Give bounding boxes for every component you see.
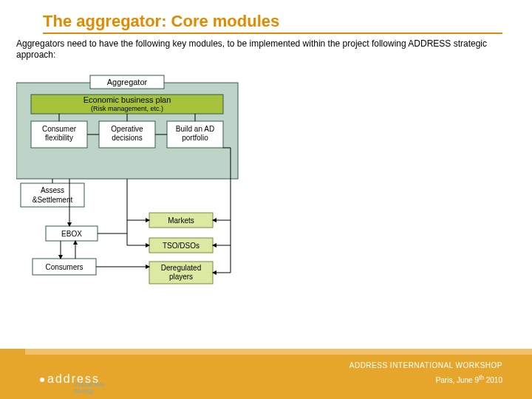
aggregator-diagram: Aggregator Economic business plan (Risk … xyxy=(16,68,312,312)
mod-operative-1: Operative xyxy=(111,125,143,133)
consumers-label: Consumers xyxy=(45,263,83,271)
mod-consumer-2: flexibility xyxy=(45,134,73,142)
assess-2: &Settlement xyxy=(33,196,73,204)
aggregator-label: Aggregator xyxy=(107,78,148,86)
page-title: The aggregator: Core modules xyxy=(43,12,532,31)
footer-workshop: ADDRESS INTERNATIONAL WORKSHOP xyxy=(349,361,502,369)
logo-dot-icon xyxy=(40,378,44,382)
markets-label: Markets xyxy=(168,216,194,225)
footer-accent-bar xyxy=(0,349,532,355)
ebox-label: EBOX xyxy=(61,230,82,238)
dereg-1: Deregulated xyxy=(161,264,201,272)
mod-portfolio-2: portfolio xyxy=(182,134,208,142)
footer-location: Paris, June 9th 2010 xyxy=(436,374,502,384)
plan-sub: (Risk management, etc.) xyxy=(91,105,163,112)
mod-portfolio-1: Build an AD xyxy=(176,125,214,133)
tsodsos-label: TSO/DSOs xyxy=(163,242,200,250)
title-underline xyxy=(43,33,502,34)
assess-1: Assess xyxy=(41,186,64,194)
mod-consumer-1: Consumer xyxy=(42,125,77,133)
plan-label: Economic business plan xyxy=(83,95,171,104)
intro-text: Aggregators need to have the following k… xyxy=(16,38,502,61)
logo-tagline: Interactiveenergy xyxy=(74,381,105,395)
dereg-2: players xyxy=(169,273,193,281)
mod-operative-2: decisions xyxy=(112,134,143,142)
